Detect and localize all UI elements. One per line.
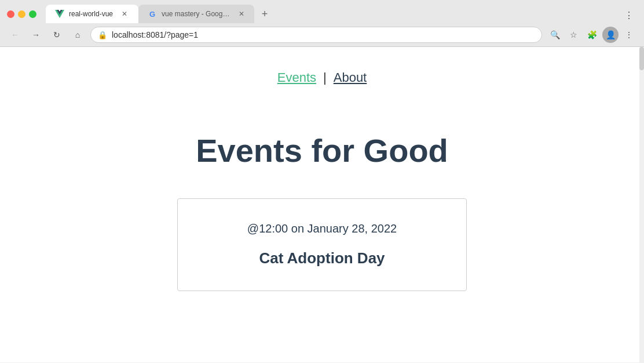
window-minimize-button[interactable] [18,10,25,18]
window-maximize-button[interactable] [29,10,36,18]
title-bar: real-world-vue ✕ G vue mastery - Google … [0,0,644,23]
url-text: localhost:8081/?page=1 [112,30,535,39]
url-bar[interactable]: 🔒 localhost:8081/?page=1 [90,27,542,43]
page-heading: Events for Good [196,132,448,169]
chrome-menu-button[interactable]: ⋮ [621,27,637,43]
profile-avatar[interactable]: 👤 [602,27,619,43]
vue-icon [55,9,64,19]
window-controls [7,10,36,18]
window-close-button[interactable] [7,10,14,18]
back-button[interactable]: ← [7,27,23,43]
tabs-area: real-world-vue ✕ G vue mastery - Google … [46,5,637,23]
nav-separator: | [323,70,327,85]
address-actions: 🔍 ☆ 🧩 👤 ⋮ [547,27,637,43]
reload-button[interactable]: ↻ [49,27,65,43]
tab-real-world-vue-close[interactable]: ✕ [120,9,129,19]
tab-vue-mastery-close[interactable]: ✕ [238,9,245,19]
new-tab-button[interactable]: + [257,6,273,22]
scrollbar-thumb[interactable] [639,47,644,70]
nav-about-link[interactable]: About [334,70,367,85]
bookmark-button[interactable]: ☆ [565,27,581,43]
address-bar: ← → ↻ ⌂ 🔒 localhost:8081/?page=1 🔍 ☆ 🧩 👤… [0,23,644,46]
event-title: Cat Adoption Day [259,249,385,267]
site-nav: Events | About [277,70,367,85]
nav-events-link[interactable]: Events [277,70,316,85]
tab-real-world-vue[interactable]: real-world-vue ✕ [46,5,138,23]
forward-button[interactable]: → [28,27,44,43]
tab-vue-mastery[interactable]: G vue mastery - Google Search ✕ [138,5,254,23]
google-icon: G [148,9,157,19]
lock-icon: 🔒 [98,31,107,39]
zoom-button[interactable]: 🔍 [547,27,563,43]
extension-button[interactable]: 🧩 [584,27,600,43]
tab-real-world-vue-label: real-world-vue [69,10,113,18]
home-button[interactable]: ⌂ [69,27,86,43]
event-date: @12:00 on January 28, 2022 [247,222,397,235]
profile-icon: 👤 [606,30,616,39]
chrome-settings-button[interactable]: ⋮ [621,7,637,23]
page-content: Events | About Events for Good @12:00 on… [0,47,644,362]
scrollbar[interactable] [639,47,644,362]
tab-extra: ⋮ [621,7,637,23]
event-card[interactable]: @12:00 on January 28, 2022 Cat Adoption … [177,198,467,291]
browser-chrome: real-world-vue ✕ G vue mastery - Google … [0,0,644,47]
tab-vue-mastery-label: vue mastery - Google Search [162,10,231,18]
